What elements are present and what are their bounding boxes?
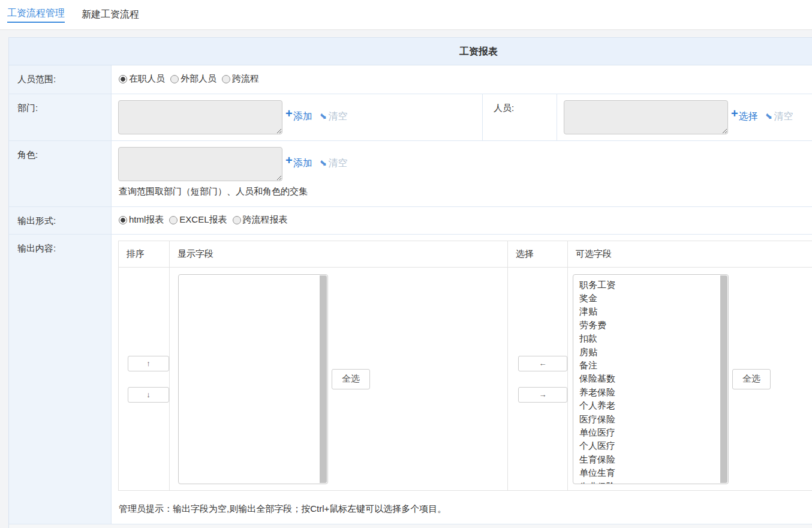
sort-cell: ↑ ↓ <box>119 268 170 491</box>
available-field-option[interactable]: 保险基数 <box>579 372 720 385</box>
format-radio-option[interactable]: 跨流程报表 <box>233 214 288 226</box>
role-clear-button[interactable]: ➥清空 <box>320 158 348 168</box>
available-field-option[interactable]: 津贴 <box>579 305 720 318</box>
scope-radio-option[interactable]: 在职人员 <box>119 73 165 85</box>
transfer-header-row: 排序 显示字段 选择 可选字段 <box>119 241 812 268</box>
move-left-button[interactable]: ← <box>518 356 567 371</box>
scope-radio-option[interactable]: 外部人员 <box>170 73 216 85</box>
role-row: 角色: +添加➥清空 查询范围取部门（短部门）、人员和角色的交集 <box>9 141 812 207</box>
panel-header: 工资报表 <box>9 38 812 65</box>
field-transfer-table: 排序 显示字段 选择 可选字段 ↑ ↓ <box>118 241 812 491</box>
move-right-button[interactable]: → <box>518 387 567 403</box>
plus-icon: + <box>285 154 293 167</box>
department-input[interactable] <box>118 100 282 134</box>
scope-radio-group: 在职人员 外部人员 跨流程 <box>112 65 812 85</box>
available-field-option[interactable]: 医疗保险 <box>579 413 720 426</box>
available-fields-listbox[interactable]: 职务工资 奖金 津贴 劳务费 扣款 <box>573 274 729 484</box>
scope-row: 人员范围: 在职人员 外部人员 跨流程 <box>9 65 812 94</box>
col-header-available-fields: 可选字段 <box>568 241 812 268</box>
radio-icon[interactable] <box>233 216 241 224</box>
radio-icon[interactable] <box>169 216 178 224</box>
available-field-option[interactable]: 养老保险 <box>579 386 720 399</box>
output-content-label: 输出内容: <box>9 235 112 524</box>
radio-option-label: html报表 <box>129 214 164 226</box>
select-all-display-button[interactable]: 全选 <box>332 369 370 389</box>
available-field-option[interactable]: 房贴 <box>579 346 720 359</box>
available-field-option[interactable]: 生育保险 <box>579 453 720 466</box>
scrollbar[interactable] <box>320 275 327 483</box>
role-add-button[interactable]: +添加 <box>285 158 312 168</box>
panel-footer-sliver <box>9 524 812 528</box>
department-content: +添加➥清空 <box>112 94 483 140</box>
format-radio-option[interactable]: EXCEL报表 <box>169 214 227 226</box>
radio-icon[interactable] <box>119 75 127 83</box>
radio-icon[interactable] <box>119 216 127 224</box>
move-up-button[interactable]: ↑ <box>128 356 169 371</box>
radio-option-label: EXCEL报表 <box>179 214 227 226</box>
available-field-option[interactable]: 单位医疗 <box>579 426 720 439</box>
role-input[interactable] <box>118 147 282 181</box>
person-select-button[interactable]: +选择 <box>731 111 758 121</box>
col-header-sort: 排序 <box>119 241 170 268</box>
available-field-option[interactable]: 奖金 <box>579 292 720 305</box>
panel-title: 工资报表 <box>459 45 498 58</box>
tab-salary-process-management[interactable]: 工资流程管理 <box>7 7 65 23</box>
radio-option-label: 外部人员 <box>181 73 216 85</box>
radio-icon[interactable] <box>222 75 230 83</box>
radio-option-label: 在职人员 <box>129 73 165 85</box>
display-fields-cell: 全选 <box>170 268 508 491</box>
page-body: 工资报表 人员范围: 在职人员 外部人员 跨流程 部门: <box>0 30 812 528</box>
person-label: 人员: <box>483 94 557 140</box>
available-field-option[interactable]: 职务工资 <box>579 278 720 292</box>
output-format-radio-group: html报表 EXCEL报表 跨流程报表 <box>112 207 812 226</box>
col-header-select: 选择 <box>508 241 568 268</box>
radio-icon[interactable] <box>170 75 179 83</box>
output-format-content: html报表 EXCEL报表 跨流程报表 <box>112 207 812 234</box>
person-content: +选择➥清空 <box>557 94 812 140</box>
department-person-row: 部门: +添加➥清空 人员: +选择➥清空 <box>9 94 812 141</box>
transfer-body-row: ↑ ↓ 全选 <box>119 268 812 491</box>
department-add-button[interactable]: +添加 <box>285 111 312 121</box>
plus-icon: + <box>731 107 738 120</box>
scope-content: 在职人员 外部人员 跨流程 <box>112 65 812 94</box>
available-fields-cell: 职务工资 奖金 津贴 劳务费 扣款 <box>568 268 812 491</box>
person-clear-button[interactable]: ➥清空 <box>765 111 793 121</box>
output-format-row: 输出形式: html报表 EXCEL报表 跨流程报表 <box>9 207 812 235</box>
output-content-area: 排序 显示字段 选择 可选字段 ↑ ↓ <box>112 235 812 524</box>
role-scope-hint: 查询范围取部门（短部门）、人员和角色的交集 <box>119 186 812 197</box>
plus-icon: + <box>285 107 293 120</box>
select-all-available-button[interactable]: 全选 <box>732 369 771 389</box>
move-down-button[interactable]: ↓ <box>128 387 169 403</box>
available-field-option[interactable]: 单位生育 <box>579 466 720 479</box>
department-clear-button[interactable]: ➥清空 <box>320 111 348 121</box>
role-label: 角色: <box>9 141 112 206</box>
available-field-option[interactable]: 劳务费 <box>579 319 720 332</box>
department-label: 部门: <box>9 94 112 140</box>
salary-report-panel: 工资报表 人员范围: 在职人员 外部人员 跨流程 部门: <box>8 37 812 528</box>
admin-hint-text: 管理员提示：输出字段为空,则输出全部字段；按Ctrl+鼠标左键可以选择多个项目。 <box>119 503 812 515</box>
scope-radio-option[interactable]: 跨流程 <box>222 73 259 85</box>
role-content: +添加➥清空 查询范围取部门（短部门）、人员和角色的交集 <box>112 141 812 206</box>
top-nav: 工资流程管理 新建工资流程 <box>0 0 812 30</box>
available-field-option[interactable]: 个人养老 <box>579 399 720 412</box>
tab-new-salary-process[interactable]: 新建工资流程 <box>82 8 139 21</box>
format-radio-option[interactable]: html报表 <box>119 214 164 226</box>
radio-option-label: 跨流程报表 <box>243 214 288 226</box>
scope-label: 人员范围: <box>9 65 112 94</box>
available-field-option[interactable]: 失业保险 <box>579 480 720 484</box>
radio-option-label: 跨流程 <box>232 73 259 85</box>
output-content-row: 输出内容: 排序 显示字段 选择 可选字段 ↑ ↓ <box>9 235 812 524</box>
select-cell: ← → <box>508 268 568 491</box>
available-field-option[interactable]: 扣款 <box>579 332 720 345</box>
output-format-label: 输出形式: <box>9 207 112 234</box>
available-field-option[interactable]: 备注 <box>579 359 720 372</box>
display-fields-listbox[interactable] <box>178 274 328 484</box>
person-input[interactable] <box>564 100 728 134</box>
scrollbar[interactable] <box>720 275 727 483</box>
available-field-option[interactable]: 个人医疗 <box>579 439 720 452</box>
col-header-display-fields: 显示字段 <box>170 241 508 268</box>
